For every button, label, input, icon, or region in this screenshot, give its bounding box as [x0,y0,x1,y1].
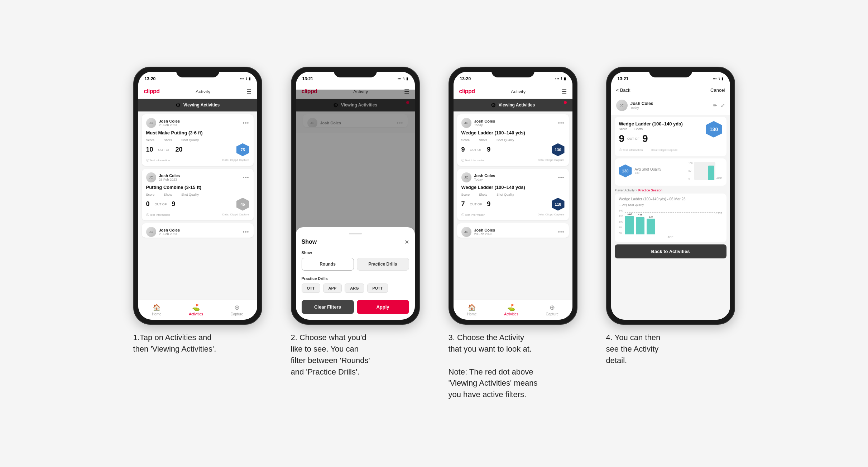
activity-card-3-3[interactable]: JC Josh Coles 28 Feb 2023 ••• [457,223,569,238]
phone-notch-4 [649,67,692,77]
practice-session-4: Player Activity > Practice Session [611,188,730,194]
bar-y-axis-4: 140 120 100 80 60 [619,209,623,234]
score-val-3-2: 7 [461,200,465,208]
chip-arg-2[interactable]: ARG [345,283,364,293]
status-time-4: 13:21 [618,76,629,81]
outof-3-1: OUT OF [470,148,482,152]
nav-capture-label-3: Capture [546,312,559,316]
filter-close-btn-2[interactable]: ✕ [404,239,409,246]
activity-card-1-2[interactable]: JC Josh Coles 28 Feb 2023 ••• Putting Co… [142,169,254,220]
activity-card-3-1[interactable]: JC Josh Coles Today ••• Wedge Ladder (10… [457,114,569,166]
chip-putt-2[interactable]: PUTT [367,283,388,293]
card-menu-1-1[interactable]: ••• [243,120,249,126]
user-name-3-1: Josh Coles [474,119,495,123]
card-menu-3-1[interactable]: ••• [558,120,565,126]
phone-notch-3 [491,67,534,77]
detail-user-card-4: JC Josh Coles Today ✏ ⤢ [611,96,730,115]
score-val-1-1: 10 [146,146,153,153]
card-header-1-3: JC Josh Coles 28 Feb 2023 ••• [146,227,249,237]
card-title-1-2: Putting Combine (3-15 ft) [146,185,249,190]
nav-activities-label-1: Activities [189,312,203,316]
card-stats-1-1: 10 OUT OF 20 75 [146,143,249,156]
viewing-bar-1[interactable]: ⚙ Viewing Activities [138,99,257,111]
nav-activities-3[interactable]: ⛳ Activities [504,304,518,316]
chart-hex-4: 130 [619,165,632,177]
phone-col-2: 13:21 ▪▪▪ ⌇ ▮ clippd Activity ☰ ⚙ View [284,67,427,378]
battery-icon: ▮ [249,77,251,81]
detail-shots-4: 9 [642,133,648,144]
score-val-1-2: 0 [146,200,150,208]
wifi-icon: ⌇ [245,77,247,81]
test-info-1-1: ⓘ Test Information [146,158,170,162]
detail-title-4: Wedge Ladder (100–140 yds) [619,121,683,127]
nav-home-3[interactable]: 🏠 Home [467,304,477,316]
test-info-3-2: ⓘ Test Information [461,213,485,217]
wifi-icon-4: ⌇ [718,77,720,81]
card-menu-1-3[interactable]: ••• [243,229,249,235]
phones-row: 13:20 ▪▪▪ ⌇ ▮ clippd Activity ☰ ⚙ View [126,67,742,400]
clear-filters-btn-2[interactable]: Clear Filters [302,300,354,314]
edit-icon-4[interactable]: ✏ [713,103,717,108]
user-date-1-1: 28 Feb 2023 [159,123,180,127]
nav-home-label-1: Home [152,312,162,316]
status-icons-4: ▪▪▪ ⌇ ▮ [713,77,724,81]
nav-capture-3[interactable]: ⊕ Capture [546,304,559,316]
apply-btn-2[interactable]: Apply [357,300,409,314]
user-info-1-3: JC Josh Coles 28 Feb 2023 [146,227,180,237]
chip-ott-2[interactable]: OTT [302,283,320,293]
bar-chart-bars-4: 132 129 124 [625,209,722,234]
back-btn-4[interactable]: < Back [616,87,630,93]
shots-label-1-1: Shots [164,138,172,142]
activity-card-1-3[interactable]: JC Josh Coles 28 Feb 2023 ••• [142,223,254,238]
filter-tab-drills-2[interactable]: Practice Drills [357,258,409,271]
shots-val-3-1: 9 [487,146,490,153]
hamburger-icon-3[interactable]: ☰ [562,88,567,95]
chart-section-4: 130 Avg Shot Quality 130 100 50 0 [615,158,726,186]
user-name-1-3: Josh Coles [159,228,180,232]
viewing-bar-3[interactable]: ⚙ Viewing Activities [454,99,572,111]
card-menu-1-2[interactable]: ••• [243,175,249,180]
phone-frame-1: 13:20 ▪▪▪ ⌇ ▮ clippd Activity ☰ ⚙ View [133,67,262,325]
phone-col-4: 13:21 ▪▪▪ ⌇ ▮ < Back Cancel [599,67,742,366]
signal-icon-2: ▪▪▪ [398,77,402,81]
avatar-3-3: JC [461,227,471,237]
filter-tab-rounds-2[interactable]: Rounds [302,258,354,271]
status-time-2: 13:21 [302,76,313,81]
phone-col-1: 13:20 ▪▪▪ ⌇ ▮ clippd Activity ☰ ⚙ View [126,67,269,355]
shots-val-3-2: 9 [487,200,490,208]
activity-card-3-2[interactable]: JC Josh Coles Today ••• Wedge Ladder (10… [457,169,569,220]
battery-icon-2: ▮ [406,77,408,81]
caption-1: 1.Tap on Activities and then 'Viewing Ac… [133,332,262,355]
bottom-nav-3: 🏠 Home ⛳ Activities ⊕ Capture [454,300,572,320]
card-title-3-2: Wedge Ladder (100–140 yds) [461,185,565,190]
hamburger-icon-1[interactable]: ☰ [246,88,251,95]
signal-icon-4: ▪▪▪ [713,77,717,81]
data-capture-3-1: Data: Clippd Capture [538,158,565,162]
back-to-activities-btn-4[interactable]: Back to Activities [615,244,726,258]
detail-action-icons-4: ✏ ⤢ [713,103,725,108]
detail-user-name-4: Josh Coles [630,101,653,106]
header-title-3: Activity [511,89,526,94]
user-info-3-2: JC Josh Coles Today [461,172,495,182]
detail-scores-4: 9 OUT OF 9 [619,133,683,144]
data-capture-3-2: Data: Clippd Capture [538,213,565,217]
nav-home-1[interactable]: 🏠 Home [152,304,162,316]
filter-actions-2: Clear Filters Apply [302,300,409,314]
expand-icon-4[interactable]: ⤢ [721,103,725,108]
chip-app-2[interactable]: APP [323,283,342,293]
nav-capture-1[interactable]: ⊕ Capture [231,304,244,316]
score-label-1-1: Score [146,138,155,142]
card-menu-3-2[interactable]: ••• [558,175,565,180]
chart-title-4: Wedge Ladder (100–140 yds) - 06 Mar 23 [619,197,722,201]
avatar-3-2: JC [461,172,471,182]
cancel-btn-4[interactable]: Cancel [710,87,725,93]
filter-gear-icon-1: ⚙ [176,102,181,109]
signal-icon-3: ▪▪▪ [555,77,559,81]
nav-activities-1[interactable]: ⛳ Activities [189,304,203,316]
detail-info-row-4: ⓘ Test Information Data: Clippd Capture [619,148,722,152]
avatar-3-1: JC [461,118,471,128]
filter-gear-icon-3: ⚙ [491,102,496,109]
activity-list-1: JC Josh Coles 28 Feb 2023 ••• Must Make … [138,111,257,300]
activity-card-1-1[interactable]: JC Josh Coles 28 Feb 2023 ••• Must Make … [142,114,254,166]
activities-icon-1: ⛳ [192,304,200,311]
